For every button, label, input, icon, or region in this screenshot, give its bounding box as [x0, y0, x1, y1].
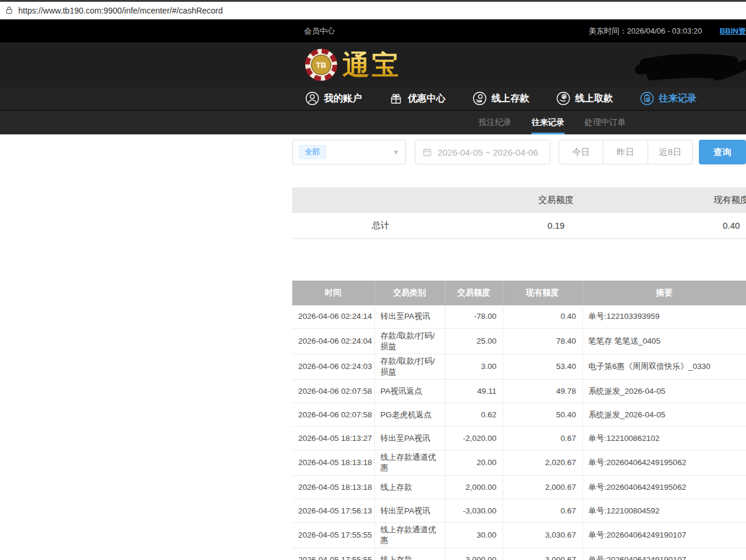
cell-memo: 笔笔存 笔笔送_0405: [582, 329, 746, 354]
summary-total-label: 总计: [292, 213, 469, 238]
brand-logo[interactable]: TB 通宝: [305, 48, 401, 81]
header-balance: 现有额度: [503, 281, 582, 305]
cell-memo: 单号:122100804592: [582, 499, 746, 523]
cell-balance: 3,030.67: [503, 523, 582, 548]
cell-balance: 2,000.67: [503, 476, 582, 499]
transactions-body: 2026-04-06 02:24:14 转出至PA视讯 -78.00 0.40 …: [292, 305, 746, 560]
member-center-link[interactable]: 会员中心: [304, 26, 335, 37]
table-row: 2026-04-06 02:07:58 PA视讯返点 49.11 49.78 系…: [292, 380, 746, 403]
cell-balance: 49.78: [503, 380, 582, 403]
nav-item-deposit[interactable]: 线上存款: [473, 91, 529, 106]
cell-type: 存款/取款/打码/损益: [374, 329, 445, 354]
category-selected-chip[interactable]: 全部: [299, 145, 326, 159]
cell-type: PA视讯返点: [374, 380, 445, 403]
cell-memo: 系统派发_2026-04-05: [582, 403, 746, 427]
transactions-header-row: 时间 交易类别 交易额度 现有额度 摘要: [292, 281, 746, 305]
deposit-icon: [473, 91, 487, 106]
cell-time: 2026-04-05 17:56:13: [292, 499, 374, 523]
yesterday-button[interactable]: 昨日: [603, 140, 648, 164]
cell-memo: 电子第6惠《周周双倍快乐》_0330: [582, 354, 746, 380]
quick-range-group: 今日 昨日 近8日: [559, 140, 693, 164]
tab-label: 投注纪录: [478, 117, 511, 128]
cell-amount: -78.00: [445, 305, 503, 329]
cell-amount: -3,030.00: [445, 499, 503, 523]
cell-balance: 0.40: [503, 305, 582, 329]
browser-url-bar[interactable]: https://www.tb190.com:9900/infe/mcenter/…: [0, 2, 746, 19]
gift-icon: [389, 91, 403, 106]
cell-time: 2026-04-06 02:07:58: [292, 380, 374, 403]
cell-type: 线上存款通道优惠: [374, 523, 445, 548]
nav-item-promotions[interactable]: 优惠中心: [389, 91, 445, 106]
redaction-scribble: [634, 50, 746, 83]
cell-type: 存款/取款/打码/损益: [374, 354, 445, 380]
calendar-icon: [422, 147, 432, 157]
nav-item-cash-records[interactable]: 往来记录: [640, 91, 697, 106]
cell-time: 2026-04-06 02:24:14: [292, 305, 374, 329]
category-select[interactable]: 全部 ▼: [292, 140, 406, 164]
poker-chip-icon: TB: [305, 48, 338, 81]
table-row: 2026-04-06 02:07:58 PG老虎机返点 0.62 50.40 系…: [292, 403, 746, 427]
cell-balance: 3,000.67: [503, 548, 582, 560]
today-button[interactable]: 今日: [559, 140, 603, 164]
nav-label: 优惠中心: [408, 93, 445, 105]
cell-time: 2026-04-05 18:13:27: [292, 427, 374, 450]
date-range-input[interactable]: 2026-04-05 ~ 2026-04-06: [415, 140, 550, 164]
cell-balance: 53.40: [503, 354, 582, 380]
cell-memo: 单号:122103393959: [582, 305, 746, 329]
cell-amount: 30.00: [445, 523, 503, 548]
user-icon: [305, 91, 319, 106]
nav-item-my-account[interactable]: 我的账户: [305, 91, 362, 106]
brand-name: 通宝: [342, 51, 401, 78]
tab-betting-records[interactable]: 投注纪录: [478, 111, 511, 134]
cell-balance: 2,020.67: [503, 450, 582, 476]
cell-type: 线上存款: [374, 548, 445, 560]
cell-balance: 78.40: [503, 329, 582, 354]
cell-memo: 单号:202604064249195062: [582, 476, 746, 499]
tab-label: 往来记录: [532, 117, 565, 128]
summary-table: 交易额度 现有额度 总计 0.19 0.40: [292, 187, 746, 239]
last-8-days-button[interactable]: 近8日: [648, 140, 693, 164]
table-row: 2026-04-05 17:55:55 线上存款通道优惠 30.00 3,030…: [292, 523, 746, 548]
summary-transaction-total: 0.19: [469, 213, 643, 238]
records-icon: [640, 91, 654, 106]
tab-pending-orders[interactable]: 处理中订单: [585, 111, 626, 134]
summary-total-row: 总计 0.19 0.40: [292, 213, 746, 238]
cell-time: 2026-04-05 18:13:18: [292, 476, 374, 499]
cell-amount: 3.00: [445, 354, 503, 380]
cell-amount: 2,000.00: [445, 476, 503, 499]
eastern-time-label: 美东时间：2026/04/06 - 03:03:20: [589, 26, 702, 37]
cell-time: 2026-04-06 02:24:03: [292, 354, 374, 380]
cell-time: 2026-04-05 17:55:55: [292, 523, 374, 548]
cell-amount: 25.00: [445, 329, 503, 354]
summary-header-empty: [292, 187, 469, 213]
cell-memo: 单号:202604064249190107: [582, 548, 746, 560]
search-button[interactable]: 查询: [699, 140, 746, 164]
cell-type: 转出至PA视讯: [374, 499, 445, 523]
cell-time: 2026-04-05 17:55:55: [292, 548, 374, 560]
summary-header-transaction: 交易额度: [469, 187, 643, 213]
header-memo: 摘要: [582, 281, 746, 305]
filter-row: 全部 ▼ 2026-04-05 ~ 2026-04-06 今日 昨日 近8日 查…: [292, 140, 746, 164]
bbin-link[interactable]: BBIN资: [719, 26, 746, 37]
nav-label: 线上存款: [491, 93, 529, 105]
cell-type: 转出至PA视讯: [374, 427, 445, 450]
table-row: 2026-04-05 17:56:13 转出至PA视讯 -3,030.00 0.…: [292, 499, 746, 523]
withdraw-icon: [556, 91, 570, 106]
cell-memo: 单号:202604064249190107: [582, 523, 746, 548]
sub-nav: 投注纪录 往来记录 处理中订单: [0, 111, 746, 134]
cell-balance: 50.40: [503, 403, 582, 427]
cell-type: 转出至PA视讯: [374, 305, 445, 329]
content: 全部 ▼ 2026-04-05 ~ 2026-04-06 今日 昨日 近8日 查…: [0, 140, 746, 560]
url-text[interactable]: https://www.tb190.com:9900/infe/mcenter/…: [18, 6, 223, 15]
cell-memo: 单号:202604064249195062: [582, 450, 746, 476]
tab-cash-records[interactable]: 往来记录: [532, 111, 565, 134]
nav-item-withdraw[interactable]: 线上取款: [556, 91, 613, 106]
summary-header-row: 交易额度 现有额度: [292, 187, 746, 213]
nav-label: 线上取款: [575, 93, 613, 105]
header-amount: 交易额度: [445, 281, 503, 305]
nav-label: 往来记录: [659, 93, 697, 105]
main-nav: 我的账户 优惠中心 线上存款 线上取款: [0, 87, 746, 111]
table-row: 2026-04-05 18:13:18 线上存款 2,000.00 2,000.…: [292, 476, 746, 499]
cell-memo: 单号:122100862102: [582, 427, 746, 450]
cell-amount: -2,020.00: [445, 427, 503, 450]
